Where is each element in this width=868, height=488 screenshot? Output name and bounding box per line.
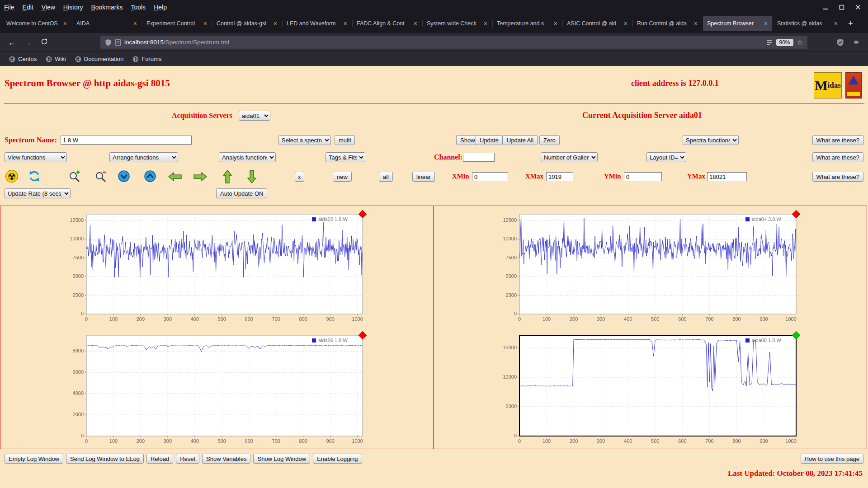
scale-up-icon[interactable]	[144, 170, 156, 183]
analysis-functions-dropdown[interactable]: Analysis functions	[219, 152, 276, 162]
tab-asic-control[interactable]: ASIC Control @ aid×	[563, 16, 632, 31]
zoom-level-badge[interactable]: 90%	[776, 39, 793, 46]
page-info-icon[interactable]	[115, 39, 121, 46]
menu-view[interactable]: View	[38, 4, 59, 11]
minimize-icon[interactable]	[823, 5, 828, 10]
what-are-these-button-1[interactable]: What are these?	[812, 135, 863, 145]
spectra-functions-dropdown[interactable]: Spectra functions	[683, 135, 739, 145]
menu-history[interactable]: History	[59, 4, 87, 11]
ymin-input[interactable]	[624, 172, 662, 181]
update-button[interactable]: Update	[476, 135, 503, 145]
linear-button[interactable]: linear	[412, 172, 435, 182]
tab-spectrum-browser[interactable]: Spectrum Browser×	[703, 16, 772, 31]
all-button[interactable]: all	[379, 172, 393, 182]
radiation-icon[interactable]: ☢	[5, 170, 18, 183]
channel-input[interactable]	[463, 153, 495, 162]
multi-button[interactable]: multi	[335, 135, 355, 145]
menu-file[interactable]: File	[0, 4, 19, 11]
tab-led-waveform[interactable]: LED and Waveform×	[283, 16, 352, 31]
reload-button[interactable]: Reload	[146, 454, 173, 464]
arrange-functions-dropdown[interactable]: Arrange functions	[109, 152, 178, 162]
update-all-button[interactable]: Update All	[503, 135, 538, 145]
pan-up-icon[interactable]	[222, 170, 232, 183]
tab-aida[interactable]: AIDA×	[72, 16, 142, 31]
x-button[interactable]: x	[295, 172, 304, 182]
tab-close-icon[interactable]: ×	[413, 20, 418, 27]
tab-close-icon[interactable]: ×	[133, 20, 137, 27]
shield-check-icon[interactable]	[833, 38, 847, 47]
reset-button[interactable]: Reset	[176, 454, 199, 464]
scale-down-icon[interactable]	[118, 170, 130, 183]
tab-temperature[interactable]: Temperature and s×	[493, 16, 562, 31]
how-to-use-button[interactable]: How to use this page	[801, 454, 863, 464]
spectrum-chart-aida06[interactable]	[0, 326, 433, 449]
forward-icon[interactable]: →	[21, 36, 35, 49]
pan-right-icon[interactable]	[193, 172, 207, 182]
tab-close-icon[interactable]: ×	[553, 20, 558, 27]
pan-down-icon[interactable]	[247, 170, 257, 183]
show-log-window-button[interactable]: Show Log Window	[253, 454, 310, 464]
zero-button[interactable]: Zero	[539, 135, 560, 145]
new-tab-button[interactable]: +	[843, 19, 859, 28]
tab-close-icon[interactable]: ×	[483, 20, 488, 27]
menu-help[interactable]: Help	[150, 4, 171, 11]
url-bar[interactable]: localhost:8015/Spectrum/Spectrum.tml 90%…	[100, 36, 807, 49]
reload-icon[interactable]	[37, 36, 52, 49]
tab-close-icon[interactable]: ×	[834, 20, 838, 27]
bookmark-centos[interactable]: Centos	[5, 54, 41, 64]
pan-left-icon[interactable]	[168, 172, 182, 182]
layout-id-dropdown[interactable]: Layout ID=8	[646, 152, 686, 162]
acquisition-server-select[interactable]: aida01	[239, 111, 270, 121]
tracking-shield-icon[interactable]	[105, 39, 112, 46]
send-log-to-elog-button[interactable]: Send Log Window to ELog	[66, 454, 144, 464]
tab-statistics[interactable]: Statistics @ aidas×	[773, 16, 842, 31]
tab-close-icon[interactable]: ×	[273, 20, 278, 27]
menu-tools[interactable]: Tools	[127, 4, 150, 11]
number-of-galleries-dropdown[interactable]: Number of Galleries	[541, 152, 598, 162]
what-are-these-button-3[interactable]: What are these?	[812, 172, 863, 182]
tab-close-icon[interactable]: ×	[693, 20, 698, 27]
enable-logging-button[interactable]: Enable Logging	[313, 454, 362, 464]
view-functions-dropdown[interactable]: View functions	[5, 152, 67, 162]
what-are-these-button-2[interactable]: What are these?	[812, 152, 863, 162]
select-spectrum-dropdown[interactable]: Select a spectrum	[278, 135, 331, 145]
show-variables-button[interactable]: Show Variables	[202, 454, 250, 464]
auto-update-button[interactable]: Auto Update ON	[216, 188, 267, 198]
bookmark-wiki[interactable]: Wiki	[41, 54, 71, 64]
menu-edit[interactable]: Edit	[19, 4, 38, 11]
tab-close-icon[interactable]: ×	[203, 20, 208, 27]
tab-close-icon[interactable]: ×	[764, 20, 768, 27]
ymax-input[interactable]	[707, 172, 747, 181]
zoom-in-icon[interactable]	[68, 170, 80, 183]
xmin-input[interactable]	[472, 172, 508, 181]
bookmark-forums[interactable]: Forums	[128, 54, 166, 64]
refresh-icon[interactable]	[28, 170, 41, 183]
zoom-out-icon[interactable]	[94, 170, 107, 183]
new-button[interactable]: new	[333, 172, 352, 182]
hamburger-menu-icon[interactable]: ≡	[849, 36, 863, 49]
xmax-input[interactable]	[546, 172, 573, 181]
tab-control-aidas[interactable]: Control @ aidas-gsi×	[212, 16, 282, 31]
reader-mode-icon[interactable]	[766, 39, 773, 46]
spectrum-chart-aida02[interactable]	[0, 206, 433, 326]
back-icon[interactable]: ←	[5, 36, 19, 49]
tab-experiment-control[interactable]: Experiment Control×	[142, 16, 212, 31]
update-rate-dropdown[interactable]: Update Rate (8 secs)	[5, 188, 71, 198]
spectrum-name-input[interactable]	[61, 136, 192, 145]
maximize-icon[interactable]	[839, 5, 844, 10]
bookmark-documentation[interactable]: Documentation	[71, 54, 128, 64]
bookmark-star-icon[interactable]: ☆	[797, 38, 803, 47]
spectrum-chart-aida08[interactable]	[434, 326, 867, 449]
menu-bookmarks[interactable]: Bookmarks	[87, 4, 127, 11]
spectrum-chart-aida04[interactable]	[434, 206, 867, 326]
tab-run-control[interactable]: Run Control @ aida×	[633, 16, 702, 31]
close-icon[interactable]	[855, 5, 861, 10]
tab-close-icon[interactable]: ×	[343, 20, 348, 27]
tab-close-icon[interactable]: ×	[623, 20, 628, 27]
tab-close-icon[interactable]: ×	[63, 20, 67, 27]
tab-fadc-align[interactable]: FADC Align & Cont×	[353, 16, 422, 31]
tab-welcome-centos[interactable]: Welcome to CentOS×	[2, 16, 71, 31]
empty-log-window-button[interactable]: Empty Log Window	[5, 454, 63, 464]
tab-system-checks[interactable]: System wide Check×	[423, 16, 492, 31]
tags-fits-dropdown[interactable]: Tags & Fits	[326, 152, 365, 162]
